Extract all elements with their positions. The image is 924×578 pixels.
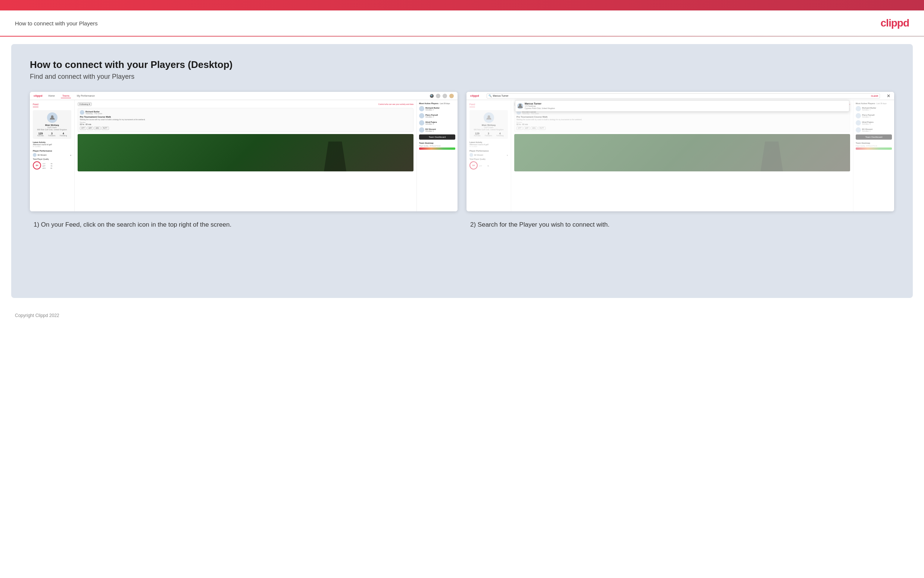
- quality-row-app-1: APP 70: [42, 165, 52, 167]
- search-result-club-2: Cypress Point Club, United Kingdom: [525, 107, 555, 109]
- activity-tags-1: OTT APP ARG PUTT: [80, 127, 411, 130]
- search-result-item-2[interactable]: Marcus Turner 1.5 Handicap Cypress Point…: [517, 102, 847, 109]
- app-navbar-2: clippd 🔍 Marcus Turner CLEAR ✕: [466, 92, 894, 100]
- score-circle-1: 84: [33, 161, 41, 169]
- nav-teams-1[interactable]: Teams: [61, 94, 71, 98]
- screenshots-row: clippd Home Teams My Performance 🔍: [30, 92, 894, 211]
- search-result-info-2: Marcus Turner 1.5 Handicap Cypress Point…: [525, 102, 555, 109]
- section-heading: How to connect with your Players (Deskto…: [30, 59, 894, 71]
- app-logo-1: clippd: [34, 94, 42, 97]
- control-link-1[interactable]: Control who can see your activity and da…: [379, 103, 413, 105]
- header-title: How to connect with your Players: [15, 20, 98, 26]
- player-perf-row-1: Eli Vincent ▾: [33, 153, 71, 157]
- profile-club-1: Mill Ride Golf Club, United Kingdom: [35, 128, 69, 131]
- active-player-info-3: Hiral Pujara Activities: 3: [426, 121, 437, 125]
- nav-home-1[interactable]: Home: [47, 94, 57, 98]
- captions-row: 1) On your Feed, click on the search ico…: [30, 220, 894, 229]
- duration-value-1: 02 hr : 00 min: [80, 123, 411, 125]
- activity-avatar-1: [80, 110, 84, 115]
- activity-user-1: Richard Butler Yesterday · The Grove: [80, 110, 411, 115]
- app-nav-icons-1: 🔍: [430, 94, 454, 98]
- tag-putt-1: PUTT: [102, 127, 109, 130]
- active-player-row-1: Richard Butler Activities: 7: [419, 106, 455, 111]
- team-dashboard-btn-1[interactable]: Team Dashboard: [419, 135, 455, 140]
- most-active-title-1: Most Active Players · Last 30 days: [419, 102, 455, 104]
- footer: Copyright Clippd 2022: [0, 305, 924, 326]
- feed-tab-2: Feed: [469, 103, 475, 107]
- most-active-period-1: · Last 30 days: [439, 103, 450, 104]
- active-player-avatar-4: [419, 127, 424, 133]
- app-body-2: Feed Blair McHarg Golf Coach Mill Ride G…: [466, 100, 894, 211]
- search-result-name-2: Marcus Turner: [525, 102, 555, 105]
- footer-text: Copyright Clippd 2022: [15, 313, 59, 318]
- active-player-info-1: Richard Butler Activities: 7: [426, 107, 440, 111]
- active-player-avatar-2: [419, 113, 424, 119]
- active-player-row-3: Hiral Pujara Activities: 3: [419, 120, 455, 125]
- golf-image-2: [514, 134, 850, 171]
- latest-activity-date-2: 27 Jul 2022: [469, 146, 508, 148]
- activity-card-1: Richard Butler Yesterday · The Grove Pre…: [78, 108, 413, 132]
- app-logo-2: clippd: [470, 94, 479, 97]
- user-icon-1[interactable]: [436, 94, 440, 98]
- player-perf-title-1: Player Performance: [33, 150, 71, 152]
- logo: clippd: [881, 17, 909, 29]
- chevron-down-icon-1[interactable]: ▾: [70, 154, 71, 156]
- header: How to connect with your Players clippd: [0, 10, 924, 36]
- search-result-dropdown-2: Marcus Turner 1.5 Handicap Cypress Point…: [515, 100, 850, 112]
- app-body-1: Feed Blair McHarg Golf Coach Mill Ride G…: [30, 100, 458, 211]
- stat-followers-1: 3 Followers: [48, 132, 55, 136]
- activity-title-1: Pre Tournament Course Walk: [80, 116, 411, 118]
- avatar-icon-1[interactable]: [449, 94, 454, 98]
- clear-button-2[interactable]: CLEAR: [871, 95, 878, 97]
- app-ui-1: clippd Home Teams My Performance 🔍: [30, 92, 458, 211]
- main-content: How to connect with your Players (Deskto…: [11, 44, 913, 298]
- golf-image-1: [78, 134, 413, 171]
- profile-card-1: Blair McHarg Golf Coach Mill Ride Golf C…: [33, 110, 71, 139]
- latest-activity-date-1: 27 Jul 2022: [33, 146, 71, 148]
- active-player-info-4: Eli Vincent Activities: 1: [426, 128, 436, 132]
- nav-myperformance-1[interactable]: My Performance: [75, 94, 96, 98]
- player-perf-title-2: Player Performance: [469, 150, 508, 152]
- following-button-1[interactable]: Following ▾: [78, 102, 92, 106]
- search-input-2[interactable]: Marcus Turner: [493, 94, 871, 97]
- app-ui-2: clippd 🔍 Marcus Turner CLEAR ✕: [466, 92, 894, 211]
- app-right-2: Most Active Players · Last 30 days Richa…: [853, 100, 894, 211]
- active-player-avatar-3: [419, 120, 424, 125]
- player-perf-name-1: Eli Vincent: [38, 154, 47, 156]
- player-perf-avatar-1: [33, 153, 37, 157]
- search-icon-1[interactable]: 🔍: [430, 94, 434, 98]
- stat-activities-1: 129 Activities: [37, 132, 44, 136]
- close-icon-2[interactable]: ✕: [887, 93, 890, 99]
- app-left-2: Feed Blair McHarg Golf Coach Mill Ride G…: [466, 100, 511, 211]
- app-middle-1: Following ▾ Control who can see your act…: [74, 100, 416, 211]
- activity-desc-1: Walking the course with my coach to buil…: [80, 119, 411, 120]
- profile-avatar-2: [484, 112, 494, 123]
- active-player-row-4: Eli Vincent Activities: 1: [419, 127, 455, 133]
- score-circle-2: 84: [469, 161, 478, 169]
- activity-date-1: Yesterday · The Grove: [86, 113, 102, 115]
- quality-row-arg-1: ARG 61: [42, 167, 52, 169]
- settings-icon-1[interactable]: [443, 94, 447, 98]
- profile-club-2: Mill Ride Golf Club, United Kingdom: [472, 128, 506, 131]
- active-player-info-2: Piers Parnell Activities: 4: [426, 114, 438, 118]
- quality-row-ott-1: OTT 79: [42, 163, 52, 165]
- feed-tab-1[interactable]: Feed: [33, 103, 39, 107]
- header-divider: [0, 36, 924, 37]
- tag-app-1: APP: [87, 127, 93, 130]
- team-dashboard-btn-2: Team Dashboard: [856, 135, 892, 140]
- heatmap-subtext-1: Player Quality · 20 Round Trend: [419, 145, 455, 147]
- player-perf-avatar-2: [469, 153, 473, 157]
- app-left-1: Feed Blair McHarg Golf Coach Mill Ride G…: [30, 100, 74, 211]
- quality-bars-1: OTT 79 APP 70: [42, 163, 52, 169]
- player-perf-section-2: Player Performance Eli Vincent ▾ Total P…: [469, 150, 508, 169]
- active-player-row-2: Piers Parnell Activities: 4: [419, 113, 455, 119]
- active-player-avatar-1: [419, 106, 424, 111]
- tpq-label-1: Total Player Quality: [33, 158, 71, 160]
- activity-user-info-1: Richard Butler Yesterday · The Grove: [86, 110, 102, 115]
- profile-stats-2: 129 Activities 3 Followers 4 Following: [472, 132, 506, 136]
- tag-arg-1: ARG: [94, 127, 101, 130]
- app-navbar-1: clippd Home Teams My Performance 🔍: [30, 92, 458, 100]
- team-heatmap-title-1: Team Heatmap: [419, 142, 455, 144]
- player-perf-section-1: Player Performance Eli Vincent ▾ Total P…: [33, 150, 71, 169]
- caption-1: 1) On your Feed, click on the search ico…: [30, 220, 458, 229]
